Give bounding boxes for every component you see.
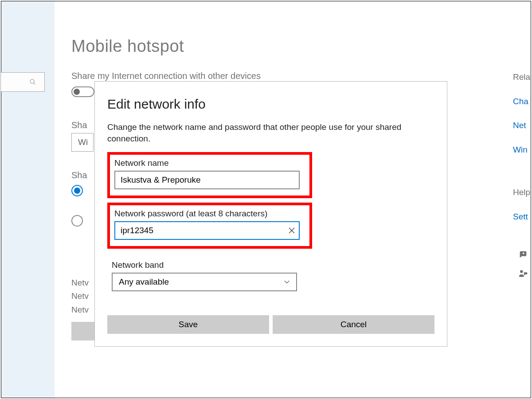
edit-network-dialog: Edit network info Change the network nam… — [94, 81, 447, 347]
info-label: Netv — [71, 303, 94, 317]
chevron-down-icon — [284, 279, 290, 285]
window-frame: Mobile hotspot Share my Internet connect… — [1, 1, 531, 398]
related-link[interactable]: Net — [513, 120, 531, 132]
svg-line-1 — [34, 83, 35, 85]
edit-button-bg[interactable] — [71, 322, 94, 340]
search-icon — [29, 78, 36, 86]
svg-point-4 — [520, 270, 523, 273]
toggle-knob — [74, 89, 80, 95]
related-link[interactable]: Cha — [513, 96, 531, 108]
svg-point-0 — [30, 79, 34, 83]
left-nav-rail — [1, 1, 55, 398]
radio-unselected-icon — [71, 215, 83, 227]
feedback-icon[interactable] — [518, 269, 528, 279]
help-heading: Help — [513, 187, 531, 199]
dialog-button-row: Save Cancel — [107, 315, 434, 334]
network-password-label: Network password (at least 8 characters) — [114, 209, 305, 219]
search-input[interactable] — [0, 72, 45, 92]
dialog-description: Change the network name and password tha… — [107, 121, 426, 144]
page-title: Mobile hotspot — [71, 37, 531, 56]
related-heading: Rela — [513, 71, 531, 83]
dialog-title: Edit network info — [107, 97, 434, 112]
network-band-value: Any available — [119, 277, 169, 287]
related-link[interactable]: Win — [513, 144, 531, 156]
share-toggle[interactable] — [71, 86, 94, 97]
share-from-value: Wi — [78, 137, 88, 147]
network-password-group: Network password (at least 8 characters) — [107, 203, 312, 249]
network-name-input[interactable] — [114, 171, 300, 189]
network-name-label: Network name — [114, 158, 305, 168]
network-info-labels: Netv Netv Netv — [71, 276, 94, 340]
info-label: Netv — [71, 289, 94, 303]
help-link[interactable]: Sett — [513, 211, 531, 223]
network-password-input[interactable] — [114, 221, 300, 240]
cancel-button[interactable]: Cancel — [273, 315, 434, 334]
help-chat-icon[interactable]: ? — [518, 250, 528, 259]
share-connection-label: Share my Internet connection with other … — [71, 71, 531, 81]
network-band-group: Network band Any available — [107, 260, 434, 291]
right-action-icons: ? — [518, 250, 528, 279]
network-band-label: Network band — [112, 260, 434, 270]
network-band-dropdown[interactable]: Any available — [112, 273, 297, 291]
radio-selected-icon — [71, 185, 83, 196]
network-name-group: Network name — [107, 152, 312, 198]
save-button[interactable]: Save — [107, 315, 269, 334]
clear-input-icon[interactable] — [288, 227, 295, 234]
right-sidebar: Rela Cha Net Win Help Sett — [513, 71, 531, 223]
info-label: Netv — [71, 276, 94, 289]
share-from-dropdown[interactable]: Wi — [71, 133, 94, 152]
